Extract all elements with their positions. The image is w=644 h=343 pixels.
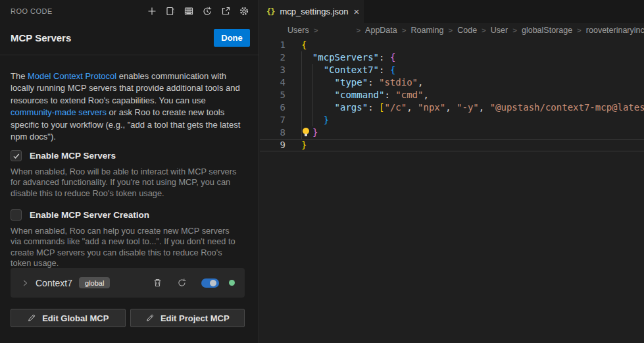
breadcrumb-separator-icon: > [512, 26, 517, 34]
code-line: 9} [260, 139, 644, 151]
enable-mcp-creation-checkbox[interactable] [11, 209, 22, 221]
line-number: 2 [260, 51, 285, 64]
breadcrumb-separator-icon: > [449, 26, 453, 34]
line-number: 3 [260, 64, 285, 76]
enable-mcp-creation-label: Enable MCP Server Creation [30, 210, 149, 220]
checkmark-icon [12, 152, 20, 160]
edit-project-mcp-button[interactable]: Edit Project MCP [130, 309, 245, 327]
server-card-context7: Context7 global [11, 268, 245, 298]
editor-tab-bar: {} mcp_settings.json × [260, 0, 644, 23]
code-line: 7 } [260, 114, 644, 126]
roo-code-mcp-settings-window: ROO CODE [0, 0, 644, 343]
done-button[interactable]: Done [214, 29, 250, 47]
code-lines: 1{2 "mcpServers": {3 "Context7": {4 "typ… [260, 39, 644, 151]
intro-text: The [11, 71, 28, 81]
breadcrumb-item[interactable]: Roaming [410, 26, 443, 35]
code-line: 2 "mcpServers": { [260, 51, 644, 64]
breadcrumb: Users>>AppData>Roaming>Code>User>globalS… [260, 23, 644, 38]
enable-mcp-servers-description: When enabled, Roo will be able to intera… [11, 167, 242, 199]
notebook-icon[interactable] [164, 5, 176, 17]
enable-mcp-servers-label: Enable MCP Servers [30, 151, 116, 161]
intro-paragraph: The Model Context Protocol enables commu… [11, 70, 241, 143]
breadcrumb-separator-icon: > [314, 26, 318, 34]
breadcrumb-item[interactable]: rooveterinaryinc.roo-cli [586, 26, 644, 35]
server-icon[interactable] [183, 5, 195, 17]
gear-icon[interactable] [238, 5, 250, 17]
line-number: 5 [260, 89, 285, 101]
breadcrumb-item[interactable]: globalStorage [522, 26, 572, 35]
server-enabled-toggle[interactable] [201, 278, 219, 288]
toggle-knob [210, 280, 216, 286]
breadcrumb-separator-icon: > [577, 26, 582, 34]
line-number: 8 [260, 126, 285, 139]
enable-mcp-servers-row: Enable MCP Servers [11, 150, 116, 161]
plus-icon[interactable] [146, 5, 158, 17]
server-scope-badge: global [79, 277, 110, 288]
code-line: 3 "Context7": { [260, 64, 644, 76]
code-line: 1{ [260, 39, 644, 51]
header-divider [0, 55, 259, 55]
server-name: Context7 [36, 278, 72, 288]
history-icon[interactable] [201, 5, 213, 17]
page-title: MCP Servers [11, 32, 71, 43]
json-file-icon: {} [266, 7, 274, 16]
restart-server-icon[interactable] [177, 278, 187, 288]
roo-code-sidebar: ROO CODE [0, 0, 259, 343]
panel-title-row: MCP Servers Done [11, 28, 250, 47]
tab-mcp-settings-json[interactable]: {} mcp_settings.json × [260, 0, 365, 23]
code-line: 4 "type": "stdio", [260, 76, 644, 89]
lightbulb-icon[interactable] [301, 128, 312, 136]
chevron-right-icon[interactable] [20, 278, 30, 288]
popout-icon[interactable] [220, 5, 232, 17]
line-number: 4 [260, 76, 285, 89]
breadcrumb-separator-icon: > [402, 26, 407, 34]
edit-global-mcp-label: Edit Global MCP [42, 313, 109, 323]
sidebar-header: ROO CODE [11, 0, 250, 22]
enable-mcp-servers-checkbox[interactable] [11, 150, 22, 161]
line-number: 1 [260, 39, 285, 51]
enable-mcp-creation-row: Enable MCP Server Creation [11, 209, 149, 221]
line-number: 9 [260, 139, 285, 151]
close-tab-icon[interactable]: × [354, 7, 360, 16]
tab-label: mcp_settings.json [280, 7, 348, 16]
server-status-indicator [229, 280, 235, 286]
brand-label: ROO CODE [11, 7, 53, 15]
edit-mcp-buttons: Edit Global MCP Edit Project MCP [11, 309, 245, 327]
delete-server-icon[interactable] [153, 278, 162, 288]
code-editor[interactable]: 1{2 "mcpServers": {3 "Context7": {4 "typ… [260, 38, 644, 343]
model-context-protocol-link[interactable]: Model Context Protocol [28, 71, 116, 81]
code-line: 5 "command": "cmd", [260, 89, 644, 101]
pencil-icon [145, 313, 155, 323]
pencil-icon [27, 313, 36, 323]
breadcrumb-item[interactable]: User [491, 26, 508, 35]
code-line: 8} [260, 126, 644, 139]
line-number: 7 [260, 114, 285, 126]
editor-pane: {} mcp_settings.json × Users>>AppData>Ro… [260, 0, 644, 343]
code-line: 6 "args": ["/c", "npx", "-y", "@upstash/… [260, 101, 644, 114]
breadcrumb-item[interactable]: Code [457, 26, 477, 35]
edit-global-mcp-button[interactable]: Edit Global MCP [11, 309, 126, 327]
edit-project-mcp-label: Edit Project MCP [161, 313, 230, 323]
breadcrumb-separator-icon: > [482, 26, 486, 34]
breadcrumb-item[interactable]: AppData [365, 26, 397, 35]
breadcrumb-item[interactable]: Users [287, 26, 309, 35]
breadcrumb-separator-icon: > [356, 26, 360, 34]
enable-mcp-creation-description: When enabled, Roo can help you create ne… [11, 226, 242, 269]
line-number: 6 [260, 101, 285, 114]
sidebar-toolbar [146, 5, 250, 17]
community-made-servers-link[interactable]: community-made servers [11, 107, 107, 117]
